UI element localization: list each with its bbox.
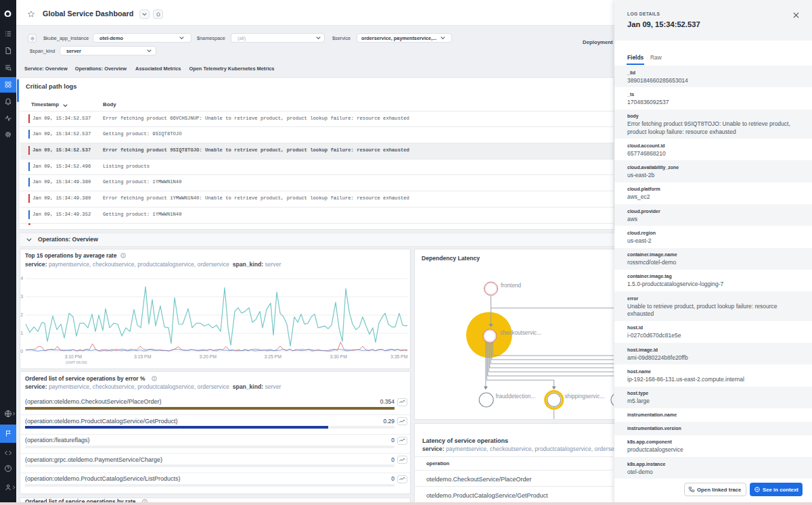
svg-text:checkoutservic...: checkoutservic...: [500, 330, 541, 336]
svg-text:shippingservic...: shippingservic...: [565, 393, 605, 400]
svg-text:frauddetection...: frauddetection...: [496, 393, 536, 400]
svg-text:frontend: frontend: [501, 283, 521, 289]
